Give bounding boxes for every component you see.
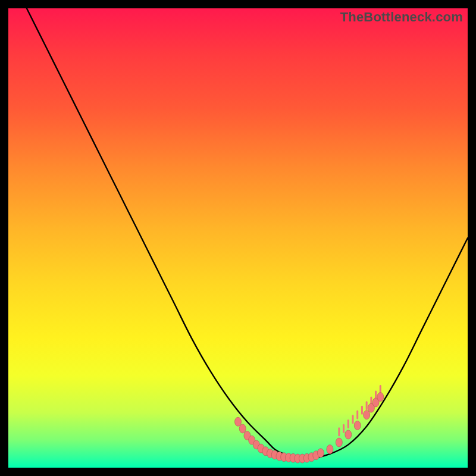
plot-area: TheBottleneck.com xyxy=(8,8,468,468)
cluster-dot xyxy=(336,438,342,447)
curve-layer xyxy=(8,8,468,468)
cluster-dot xyxy=(364,411,370,419)
cluster-dot xyxy=(377,393,384,402)
dot-cluster xyxy=(235,393,384,463)
cluster-dot xyxy=(327,445,333,454)
cluster-dot xyxy=(354,421,361,430)
bottleneck-curve xyxy=(27,8,468,459)
cluster-dot xyxy=(239,424,246,433)
cluster-dot xyxy=(345,430,352,439)
chart-frame: TheBottleneck.com xyxy=(8,8,468,468)
bottleneck-curve-path xyxy=(27,8,468,459)
cluster-dot xyxy=(235,417,242,426)
cluster-dot xyxy=(317,449,324,458)
